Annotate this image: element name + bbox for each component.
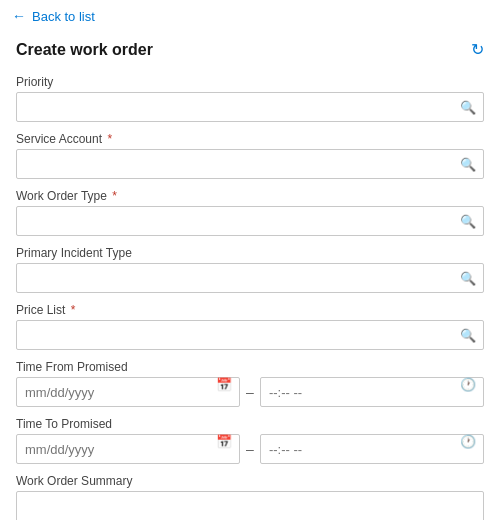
work-order-summary-wrapper: ⤢ [16,491,484,520]
page-title: Create work order [16,41,153,59]
time-from-promised-label: Time From Promised [16,360,484,374]
primary-incident-type-label: Primary Incident Type [16,246,484,260]
work-order-type-input[interactable] [16,206,484,236]
time-to-date-wrapper: 📅 [16,434,240,464]
time-from-time-wrapper: 🕐 [260,377,484,407]
back-to-list-link[interactable]: ← Back to list [0,0,500,32]
priority-input-wrapper: 🔍 [16,92,484,122]
time-from-row: 📅 – 🕐 [16,377,484,407]
time-from-time-input[interactable] [260,377,484,407]
time-from-promised-group: Time From Promised 📅 – 🕐 [16,360,484,407]
time-to-row: 📅 – 🕐 [16,434,484,464]
refresh-icon[interactable]: ↻ [471,40,484,59]
service-account-input-wrapper: 🔍 [16,149,484,179]
price-list-input[interactable] [16,320,484,350]
primary-incident-type-input[interactable] [16,263,484,293]
primary-incident-type-group: Primary Incident Type 🔍 [16,246,484,293]
time-from-date-input[interactable] [16,377,240,407]
work-order-type-label: Work Order Type * [16,189,484,203]
work-order-summary-label: Work Order Summary [16,474,484,488]
time-to-separator: – [246,441,254,457]
back-arrow-icon: ← [12,8,26,24]
work-order-type-group: Work Order Type * 🔍 [16,189,484,236]
work-order-type-input-wrapper: 🔍 [16,206,484,236]
work-order-summary-textarea[interactable] [16,491,484,520]
price-list-group: Price List * 🔍 [16,303,484,350]
service-account-group: Service Account * 🔍 [16,132,484,179]
time-to-promised-group: Time To Promised 📅 – 🕐 [16,417,484,464]
time-from-date-wrapper: 📅 [16,377,240,407]
time-to-date-input[interactable] [16,434,240,464]
time-from-separator: – [246,384,254,400]
time-to-promised-label: Time To Promised [16,417,484,431]
primary-incident-type-input-wrapper: 🔍 [16,263,484,293]
service-account-label: Service Account * [16,132,484,146]
price-list-required: * [71,303,76,317]
work-order-summary-group: Work Order Summary ⤢ [16,474,484,520]
priority-label: Priority [16,75,484,89]
service-account-input[interactable] [16,149,484,179]
time-to-time-input[interactable] [260,434,484,464]
priority-group: Priority 🔍 [16,75,484,122]
page-header: Create work order ↻ [0,32,500,75]
back-link-label: Back to list [32,9,95,24]
price-list-label: Price List * [16,303,484,317]
service-account-required: * [107,132,112,146]
work-order-type-required: * [112,189,117,203]
create-work-order-form: Priority 🔍 Service Account * 🔍 Work Orde… [0,75,500,520]
time-to-time-wrapper: 🕐 [260,434,484,464]
priority-input[interactable] [16,92,484,122]
price-list-input-wrapper: 🔍 [16,320,484,350]
